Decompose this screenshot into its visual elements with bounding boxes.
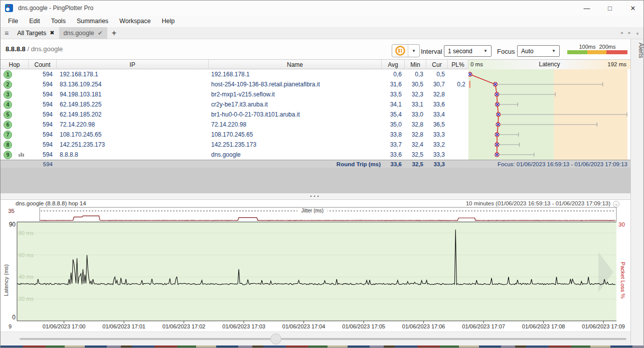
minimize-icon[interactable]: — — [575, 1, 598, 16]
column-header-pl[interactable]: PL% — [448, 60, 468, 69]
hop-number-badge: 3 — [4, 90, 12, 99]
ip-cell: 108.170.245.65 — [60, 130, 205, 140]
pause-icon — [395, 46, 405, 56]
latency-color-legend — [567, 50, 627, 54]
tab-list-caret-icon[interactable]: ▼ — [635, 32, 639, 36]
column-header-cur[interactable]: Cur — [426, 60, 448, 69]
focus-value: Auto — [521, 48, 534, 55]
cur-cell: 30,7 — [426, 79, 445, 89]
tab-close-icon[interactable]: ✖ — [50, 30, 54, 36]
x-axis-clipped-label: 9 — [9, 323, 12, 329]
svg-text:40 ms: 40 ms — [19, 274, 34, 280]
tab-dns-google[interactable]: dns.google ✔ — [59, 27, 107, 39]
count-cell: 594 — [29, 79, 53, 89]
latency-column-title: Latency — [468, 61, 630, 68]
column-header-hop[interactable]: Hop — [1, 60, 29, 69]
x-axis-tick-label: 01/06/2023 17:06 — [394, 323, 454, 329]
ip-cell: 8.8.8.8 — [60, 150, 205, 160]
latency-scale-max: 192 ms — [607, 61, 626, 67]
column-header-min[interactable]: Min — [405, 60, 426, 69]
pl-cell: 0,2 — [448, 79, 465, 89]
name-cell: br2-mxp1-v215.seflow.it — [211, 89, 380, 99]
x-axis-tick-label: 01/06/2023 17:00 — [34, 323, 94, 329]
chevron-down-icon: ▼ — [552, 49, 559, 53]
menu-item-file[interactable]: File — [3, 16, 24, 27]
svg-text:Jitter (ms): Jitter (ms) — [301, 208, 324, 213]
avg-cell: 33,6 — [382, 150, 402, 160]
pl-cell — [448, 140, 465, 150]
menu-item-help[interactable]: Help — [156, 16, 180, 27]
name-cell: 108.170.245.65 — [211, 130, 380, 140]
menu-item-tools[interactable]: Tools — [46, 16, 71, 27]
column-header-ip[interactable]: IP — [57, 60, 209, 69]
min-cell: 32,8 — [405, 130, 423, 140]
pl-cell — [448, 99, 465, 109]
target-ip: 8.8.8.8 — [6, 45, 26, 53]
latency-axis-label: Latency (ms) — [3, 250, 10, 310]
summary-label: Round Trip (ms) — [281, 160, 381, 168]
timeline-graph[interactable]: 80 ms60 ms40 ms20 msJitter (ms)3530900 — [1, 200, 630, 331]
pl-cell — [448, 89, 465, 99]
ip-cell: 94.198.103.181 — [60, 89, 205, 99]
timeline-scrollbar-track[interactable] — [20, 338, 626, 340]
min-cell: 32,5 — [405, 150, 423, 160]
pane-splitter-handle[interactable]: ••• — [1, 193, 630, 199]
hop-number-badge: 2 — [4, 80, 12, 89]
cur-cell: 33,4 — [426, 109, 445, 120]
title-bar: dns.google - PingPlotter Pro — □ ✕ — [1, 1, 644, 16]
legend-green-segment — [567, 50, 587, 54]
trace-table-header: 0 ms Latency 192 ms HopCountIPNameAvgMin… — [1, 60, 630, 69]
summary-count: 594 — [29, 160, 53, 168]
min-cell: 32,4 — [405, 140, 423, 150]
app-logo-icon — [5, 4, 13, 12]
menu-item-edit[interactable]: Edit — [24, 16, 46, 27]
menu-item-workspace[interactable]: Workspace — [114, 16, 156, 27]
focus-select[interactable]: Auto ▼ — [517, 45, 560, 57]
pause-button[interactable] — [392, 45, 408, 57]
tab-scroll-right-icon[interactable]: ► — [627, 31, 631, 35]
hamburger-menu-icon[interactable]: ≡ — [1, 29, 13, 37]
x-axis-tick-label: 01/06/2023 17:01 — [94, 323, 154, 329]
count-cell: 594 — [29, 89, 53, 99]
pingplotter-window: dns.google - PingPlotter Pro — □ ✕ FileE… — [0, 0, 644, 348]
new-tab-button[interactable]: + — [107, 29, 121, 38]
x-axis-tick-label: 01/06/2023 17:04 — [274, 323, 334, 329]
hop-number-badge: 7 — [4, 131, 12, 139]
svg-text:20 ms: 20 ms — [19, 296, 34, 302]
timeline-chart-icon[interactable] — [19, 153, 24, 157]
column-header-count[interactable]: Count — [29, 60, 57, 69]
tab-scroll-left-icon[interactable]: ◄ — [619, 31, 623, 35]
column-header-name[interactable]: Name — [209, 60, 382, 69]
hop-latency-graph[interactable] — [468, 69, 630, 160]
name-cell: br1-hu0-0-0-21-703.it101.aruba.it — [211, 109, 380, 120]
pane-filler — [1, 168, 630, 193]
alerts-tab[interactable]: Alerts — [631, 43, 644, 58]
count-cell: 594 — [29, 140, 53, 150]
timeline-scrollbar-thumb[interactable] — [270, 333, 281, 344]
column-header-avg[interactable]: Avg — [382, 60, 405, 69]
svg-text:90: 90 — [9, 221, 16, 228]
name-cell: host-254-109-136-83.retail.pianetafibra.… — [211, 79, 380, 89]
target-separator: / — [27, 45, 29, 53]
target-name: dns.google — [31, 45, 63, 53]
packet-loss-axis-label: Packet Loss % — [619, 250, 626, 310]
close-icon[interactable]: ✕ — [621, 1, 644, 16]
pause-dropdown-button[interactable]: ▼ — [408, 45, 419, 57]
tab-all-targets-label: All Targets — [17, 30, 46, 37]
count-cell: 594 — [29, 130, 53, 140]
name-cell: cr2y-be17.it3.aruba.it — [211, 99, 380, 109]
count-cell: 594 — [29, 120, 53, 130]
count-cell: 594 — [29, 150, 53, 160]
interval-select[interactable]: 1 second ▼ — [444, 45, 492, 57]
pl-cell — [448, 120, 465, 130]
tab-all-targets[interactable]: All Targets ✖ — [13, 27, 59, 39]
avg-cell: 33,5 — [382, 89, 402, 99]
cur-cell: 36,5 — [426, 120, 445, 130]
x-axis-tick-label: 01/06/2023 17:08 — [514, 323, 574, 329]
maximize-icon[interactable]: □ — [598, 1, 621, 16]
interval-label: Interval — [421, 48, 442, 55]
avg-cell: 35,0 — [382, 120, 402, 130]
menu-item-summaries[interactable]: Summaries — [71, 16, 114, 27]
timeline-scroll-zone — [1, 331, 630, 346]
summary-row: 594 Round Trip (ms) 33,6 32,5 33,3 Focus… — [1, 160, 630, 168]
